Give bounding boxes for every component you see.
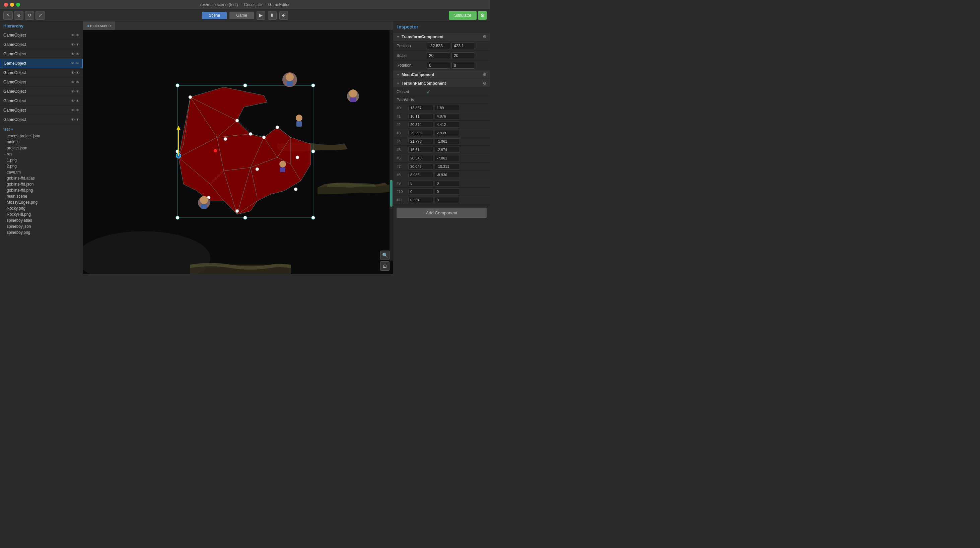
vert-x-8[interactable] xyxy=(408,172,433,178)
hierarchy-item[interactable]: GameObject 👁 👁 xyxy=(0,115,83,124)
scene-scrollbar-vertical[interactable] xyxy=(390,30,393,261)
hierarchy-item[interactable]: GameObject 👁 👁 xyxy=(0,40,83,49)
svg-rect-70 xyxy=(350,97,356,102)
file-item[interactable]: cave.tm xyxy=(0,169,83,175)
mesh-component-header[interactable]: ▼ MeshComponent ⚙ xyxy=(393,70,490,79)
vert-y-4[interactable] xyxy=(435,139,460,144)
scale-tool-button[interactable]: ⤢ xyxy=(35,11,45,20)
game-tab-button[interactable]: Game xyxy=(229,12,254,19)
file-section-test[interactable]: test ▾ xyxy=(0,126,83,133)
minimize-button[interactable] xyxy=(10,3,14,7)
terrain-gear-icon[interactable]: ⚙ xyxy=(483,81,487,86)
simulator-gear-button[interactable]: ⚙ xyxy=(478,11,487,20)
vert-x-4[interactable] xyxy=(408,139,433,144)
hierarchy-item[interactable]: GameObject 👁 👁 xyxy=(0,96,83,105)
vert-row-5: #5 xyxy=(393,146,490,154)
position-x-input[interactable] xyxy=(427,43,450,49)
vert-y-11[interactable] xyxy=(435,197,460,203)
vert-x-7[interactable] xyxy=(408,164,433,169)
add-component-button[interactable]: Add Component xyxy=(396,208,487,218)
vert-y-8[interactable] xyxy=(435,172,460,178)
hierarchy-item-selected[interactable]: GameObject 👁 👁 xyxy=(0,59,83,68)
vert-y-10[interactable] xyxy=(435,189,460,194)
hierarchy-item[interactable]: GameObject 👁 👁 xyxy=(0,68,83,77)
vert-x-6[interactable] xyxy=(408,155,433,161)
vert-y-9[interactable] xyxy=(435,180,460,186)
file-item[interactable]: main.scene xyxy=(0,193,83,199)
position-y-input[interactable] xyxy=(452,43,475,49)
res-folder[interactable]: − res xyxy=(0,151,83,157)
file-item[interactable]: main.js xyxy=(0,139,83,145)
terrain-component-header[interactable]: ▼ TerrainPathComponent ⚙ xyxy=(393,79,490,88)
inspector-title: Inspector xyxy=(393,21,490,32)
vert-x-1[interactable] xyxy=(408,113,433,119)
vert-index-10: #10 xyxy=(396,190,408,194)
scene-tab-button[interactable]: Scene xyxy=(202,12,227,19)
file-item[interactable]: spineboy.json xyxy=(0,223,83,229)
file-item[interactable]: spineboy.atlas xyxy=(0,217,83,223)
vert-y-3[interactable] xyxy=(435,130,460,136)
file-item[interactable]: 2.png xyxy=(0,163,83,169)
vert-y-0[interactable] xyxy=(435,105,460,111)
zoom-fit-button[interactable]: 🔍 xyxy=(380,250,390,260)
scene-canvas xyxy=(83,30,393,274)
mesh-component-label: MeshComponent xyxy=(402,72,434,77)
collapse-icon: ▼ xyxy=(396,73,399,76)
vert-y-7[interactable] xyxy=(435,164,460,169)
svg-point-63 xyxy=(200,196,208,204)
close-button[interactable] xyxy=(4,3,8,7)
rotation-x-input[interactable] xyxy=(427,62,450,68)
vert-x-5[interactable] xyxy=(408,147,433,153)
file-item[interactable]: project.json xyxy=(0,145,83,151)
hierarchy-item[interactable]: GameObject 👁 👁 xyxy=(0,49,83,59)
play-button[interactable]: ▶ xyxy=(256,11,265,20)
select-tool-button[interactable]: ⊕ xyxy=(14,11,24,20)
mesh-gear-icon[interactable]: ⚙ xyxy=(483,72,487,77)
scale-x-input[interactable] xyxy=(427,52,450,59)
file-item[interactable]: spineboy.png xyxy=(0,229,83,236)
transform-component-header[interactable]: ▼ TransformComponent ⚙ xyxy=(393,32,490,41)
scale-value xyxy=(427,52,487,59)
frame-button[interactable]: ⊡ xyxy=(380,261,390,271)
hierarchy-item[interactable]: GameObject 👁 👁 xyxy=(0,105,83,115)
simulator-button[interactable]: Simulator xyxy=(449,11,477,20)
rotation-y-input[interactable] xyxy=(452,62,475,68)
svg-point-34 xyxy=(176,216,179,220)
vert-index-9: #9 xyxy=(396,181,408,185)
pause-button[interactable]: ⏸ xyxy=(268,11,277,20)
scene-view[interactable]: 🔍 ⊡ xyxy=(83,30,393,274)
file-item[interactable]: .cocos-project.json xyxy=(0,133,83,139)
vert-x-11[interactable] xyxy=(408,197,433,203)
vert-x-10[interactable] xyxy=(408,189,433,194)
vert-y-1[interactable] xyxy=(435,113,460,119)
file-item[interactable]: MossyEdges.png xyxy=(0,199,83,206)
file-item[interactable]: goblins-ffd.png xyxy=(0,187,83,193)
transform-gear-icon[interactable]: ⚙ xyxy=(483,34,487,39)
hierarchy-item[interactable]: GameObject 👁 👁 xyxy=(0,87,83,96)
file-item[interactable]: RockyFill.png xyxy=(0,211,83,217)
vert-index-7: #7 xyxy=(396,164,408,169)
hierarchy-item[interactable]: GameObject 👁 👁 xyxy=(0,30,83,40)
vert-y-5[interactable] xyxy=(435,147,460,153)
vert-x-9[interactable] xyxy=(408,180,433,186)
scale-y-input[interactable] xyxy=(452,52,475,59)
vert-x-0[interactable] xyxy=(408,105,433,111)
move-tool-button[interactable]: ↖ xyxy=(3,11,13,20)
file-item[interactable]: goblins-ffd.atlas xyxy=(0,175,83,181)
vert-x-2[interactable] xyxy=(408,122,433,127)
scrollbar-thumb[interactable] xyxy=(390,180,393,207)
vert-index-1: #1 xyxy=(396,114,408,118)
maximize-button[interactable] xyxy=(16,3,20,7)
scene-tab[interactable]: ● main.scene xyxy=(83,21,115,30)
vert-y-6[interactable] xyxy=(435,155,460,161)
vert-y-2[interactable] xyxy=(435,122,460,127)
vert-x-3[interactable] xyxy=(408,130,433,136)
file-item[interactable]: goblins-ffd.json xyxy=(0,181,83,187)
rotation-label: Rotation xyxy=(396,63,427,68)
rotate-tool-button[interactable]: ↺ xyxy=(25,11,34,20)
file-item[interactable]: Rocky.png xyxy=(0,206,83,211)
file-item[interactable]: 1.png xyxy=(0,157,83,163)
content-area: ● main.scene xyxy=(83,21,393,274)
step-button[interactable]: ⏭ xyxy=(279,11,288,20)
hierarchy-item[interactable]: GameObject 👁 👁 xyxy=(0,77,83,87)
